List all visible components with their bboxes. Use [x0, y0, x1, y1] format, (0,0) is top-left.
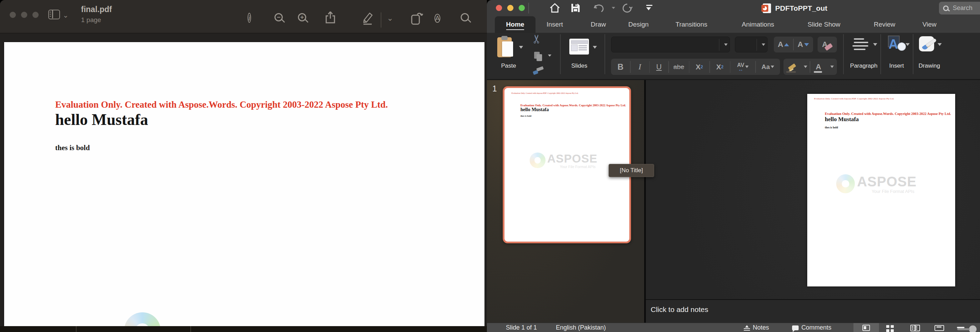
zoom-button[interactable] — [32, 12, 39, 18]
paragraph-dropdown-arrow-icon[interactable] — [873, 43, 877, 46]
undo-button[interactable] — [594, 3, 605, 14]
tab-view[interactable]: View — [923, 16, 937, 33]
paste-button[interactable] — [497, 36, 514, 58]
undo-dropdown-arrow-icon[interactable] — [612, 7, 615, 9]
minimize-button[interactable] — [507, 5, 514, 11]
aspose-swirl-logo-icon — [836, 174, 855, 193]
character-spacing-button[interactable]: AV↔ — [730, 59, 755, 75]
paragraph-line — [854, 42, 868, 43]
info-button[interactable]: i — [248, 13, 261, 27]
powerpoint-window: PDFToPPT_out Search Home Insert Draw Des… — [487, 0, 980, 332]
new-slide-button[interactable] — [569, 39, 589, 54]
format-painter-button[interactable] — [533, 67, 544, 76]
zoom-out-button[interactable]: − — [274, 13, 288, 27]
tab-design[interactable]: Design — [628, 16, 649, 33]
underline-button[interactable]: U — [650, 59, 668, 75]
notes-toggle-button[interactable]: Notes — [744, 324, 769, 331]
sidebar-toggle-button[interactable]: ⌄ — [48, 9, 69, 23]
paragraph-label: Paragraph — [845, 62, 883, 69]
strikethrough-button[interactable]: abe — [669, 59, 689, 75]
customize-toolbar-button[interactable] — [646, 5, 652, 10]
color-buttons: A — [783, 59, 837, 75]
insert-button[interactable]: A — [887, 35, 907, 53]
drawing-dropdown-arrow-icon[interactable] — [938, 43, 942, 46]
grow-font-button[interactable]: A — [774, 37, 793, 53]
rotate-icon — [410, 11, 423, 26]
home-button[interactable] — [550, 3, 560, 14]
font-color-button[interactable]: A — [810, 59, 827, 75]
cut-button[interactable]: ✂ — [530, 34, 543, 44]
dropdown-arrow-icon — [830, 65, 834, 68]
paragraph-line — [854, 49, 865, 50]
paragraph-button[interactable] — [852, 38, 870, 53]
markup-button[interactable] — [361, 11, 375, 25]
powerpoint-file-icon — [763, 3, 771, 13]
slide-show-button[interactable] — [932, 323, 948, 332]
slide-canvas[interactable]: Evaluation Only. Created with Aspose.PDF… — [807, 94, 955, 286]
annotate-button[interactable]: A — [434, 13, 448, 27]
font-color-dropdown[interactable] — [827, 59, 837, 75]
insert-a-icon: A — [889, 37, 898, 52]
markup-chevron-icon[interactable]: ⌄ — [387, 14, 393, 23]
drawing-button[interactable] — [919, 36, 937, 53]
bold-button[interactable]: B — [611, 59, 630, 75]
spacing-letters: AV↔ — [737, 63, 744, 71]
italic-button[interactable]: I — [631, 59, 649, 75]
tab-transitions[interactable]: Transitions — [676, 16, 707, 33]
search-box[interactable]: Search — [939, 2, 980, 14]
zoom-button[interactable] — [519, 5, 525, 11]
save-button[interactable] — [571, 3, 580, 14]
ppt-titlebar: PDFToPPT_out Search — [487, 0, 980, 16]
highlight-dropdown[interactable] — [801, 59, 810, 75]
slide-show-icon — [934, 325, 944, 331]
copy-button[interactable] — [534, 52, 542, 61]
notes-pane[interactable]: Click to add notes — [646, 299, 980, 323]
aspose-logo-text: ASPOSE — [857, 174, 916, 189]
close-button[interactable] — [496, 5, 502, 11]
zoom-slider[interactable] — [969, 326, 977, 332]
paste-dropdown-arrow-icon[interactable] — [519, 46, 523, 49]
insert-dropdown-arrow-icon[interactable] — [905, 43, 910, 46]
comments-toggle-button[interactable]: Comments — [792, 324, 831, 331]
highlight-button[interactable] — [783, 59, 801, 75]
copy-dropdown-arrow-icon[interactable] — [548, 54, 551, 57]
slides-dropdown-arrow-icon[interactable] — [593, 46, 597, 49]
font-color-bar — [814, 71, 822, 73]
slides-label: Slides — [560, 62, 598, 69]
aspose-tagline: Your File Format APIs — [560, 164, 596, 169]
zoom-in-button[interactable]: + — [298, 13, 312, 27]
tab-insert[interactable]: Insert — [547, 16, 563, 33]
traffic-lights — [10, 12, 39, 18]
slide-sorter-icon — [886, 325, 894, 332]
slide-sorter-button[interactable] — [883, 323, 897, 332]
undo-icon — [594, 3, 605, 13]
tab-slide-show[interactable]: Slide Show — [808, 16, 840, 33]
share-button[interactable] — [325, 11, 339, 25]
language-indicator[interactable]: English (Pakistan) — [556, 324, 606, 331]
minimize-button[interactable] — [21, 12, 27, 18]
share-icon — [325, 11, 336, 24]
left-right-arrow-icon: ↔ — [737, 68, 744, 71]
reading-view-button[interactable] — [908, 323, 923, 332]
preview-window: ⌄ final.pdf 1 page i − + — [0, 0, 487, 332]
tab-animations[interactable]: Animations — [742, 16, 774, 33]
rotate-button[interactable] — [410, 11, 423, 25]
tab-review[interactable]: Review — [874, 16, 895, 33]
superscript-button[interactable]: X2 — [689, 59, 709, 75]
font-name-combobox[interactable] — [611, 37, 730, 53]
shrink-font-button[interactable]: A — [794, 37, 813, 53]
tooltip-text: [No Title] — [620, 167, 643, 174]
tab-home[interactable]: Home — [495, 16, 536, 33]
slide-heading: hello Mustafa — [825, 116, 859, 123]
subscript-button[interactable]: X2 — [710, 59, 730, 75]
font-size-combobox[interactable] — [735, 37, 768, 53]
window-title: PDFToPPT_out — [763, 0, 827, 16]
change-case-button[interactable]: Aa — [756, 59, 780, 75]
normal-view-button[interactable] — [853, 323, 879, 332]
group-divider — [605, 34, 605, 74]
close-button[interactable] — [10, 12, 16, 18]
clear-formatting-button[interactable]: A — [818, 37, 837, 53]
search-button[interactable] — [461, 13, 474, 27]
redo-button[interactable] — [622, 3, 632, 14]
tab-draw[interactable]: Draw — [591, 16, 606, 33]
